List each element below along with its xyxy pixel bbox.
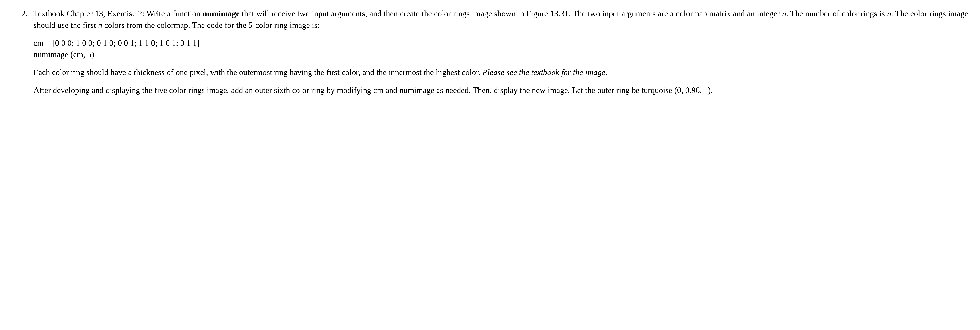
paragraph-1: Textbook Chapter 13, Exercise 2: Write a… bbox=[33, 8, 968, 31]
problem-number: 2. bbox=[12, 8, 33, 19]
code-line-2: numimage (cm, 5) bbox=[33, 49, 968, 60]
para1-text-suffix1: that will receive two input arguments, a… bbox=[240, 9, 782, 18]
problem-body: Textbook Chapter 13, Exercise 2: Write a… bbox=[33, 8, 968, 96]
paragraph-3: After developing and displaying the five… bbox=[33, 84, 968, 96]
para2-text-prefix: Each color ring should have a thickness … bbox=[33, 68, 482, 77]
paragraph-2: Each color ring should have a thickness … bbox=[33, 67, 968, 78]
code-line-1: cm = [0 0 0; 1 0 0; 0 1 0; 0 0 1; 1 1 0;… bbox=[33, 37, 968, 49]
variable-n-1: n bbox=[782, 9, 786, 18]
para2-italic-note: Please see the textbook for the image. bbox=[482, 68, 608, 77]
variable-n-3: n bbox=[98, 21, 102, 30]
function-name: numimage bbox=[202, 9, 240, 18]
para1-text-mid1: . The number of color rings is bbox=[786, 9, 887, 18]
exercise-problem: 2. Textbook Chapter 13, Exercise 2: Writ… bbox=[12, 8, 968, 96]
code-block: cm = [0 0 0; 1 0 0; 0 1 0; 0 0 1; 1 1 0;… bbox=[33, 37, 968, 60]
variable-n-2: n bbox=[887, 9, 891, 18]
para1-text-prefix: Textbook Chapter 13, Exercise 2: Write a… bbox=[33, 9, 202, 18]
para1-text-suffix2: colors from the colormap. The code for t… bbox=[102, 21, 320, 30]
